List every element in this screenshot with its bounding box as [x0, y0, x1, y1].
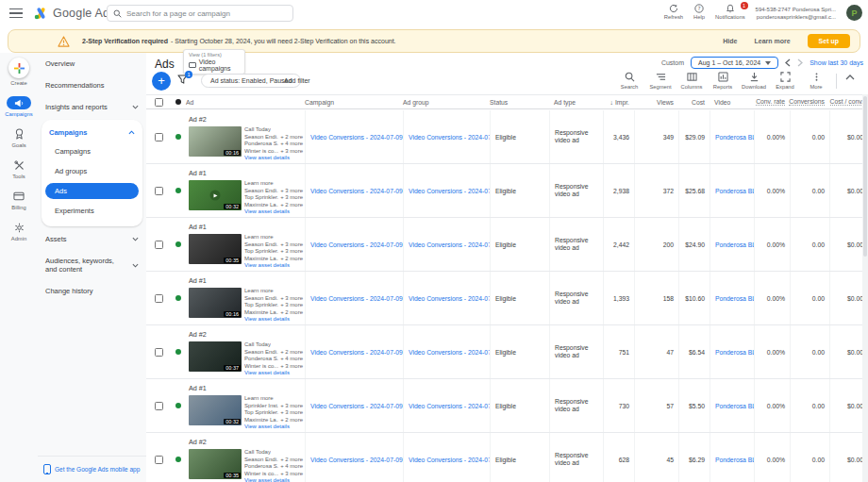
campaign-link[interactable]: Video Conversions - 2024-07-09 — [310, 457, 403, 463]
search-input[interactable] — [126, 9, 287, 18]
video-thumbnail[interactable]: 00:16 — [189, 288, 242, 318]
column-campaign[interactable]: Campaign — [305, 99, 403, 106]
menu-icon[interactable] — [9, 8, 23, 19]
row-checkbox[interactable] — [155, 241, 163, 249]
column-views[interactable]: Views — [634, 99, 678, 106]
segment-button[interactable]: Segment — [649, 72, 672, 90]
collapse-toolbar-button[interactable] — [845, 75, 855, 80]
row-checkbox[interactable] — [155, 187, 163, 195]
row-checkbox[interactable] — [155, 348, 163, 357]
ad-group-link[interactable]: Video Conversions - 2024-07-09 — [409, 241, 490, 248]
campaign-link[interactable]: Video Conversions - 2024-07-09 — [310, 241, 403, 248]
row-checkbox[interactable] — [155, 133, 163, 141]
expand-button[interactable]: Expand — [774, 72, 796, 90]
rail-item-campaigns[interactable]: Campaigns — [5, 96, 32, 117]
nav-item-audiences[interactable]: Audiences, keywords, and content — [38, 250, 146, 280]
nav-item-ad-groups[interactable]: Ad groups — [42, 161, 142, 181]
video-link[interactable]: Ponderosa BLOWOUT — [715, 349, 754, 356]
campaign-link[interactable]: Video Conversions - 2024-07-09 — [310, 349, 403, 356]
video-thumbnail[interactable]: 00:35 — [189, 234, 242, 264]
view-asset-details-link[interactable]: View asset details — [244, 370, 303, 377]
row-checkbox[interactable] — [155, 456, 163, 464]
video-link[interactable]: Ponderosa BLOWOUT — [715, 134, 754, 141]
download-button[interactable]: Download — [743, 72, 765, 90]
column-ad-group[interactable]: Ad group — [403, 99, 490, 106]
video-link[interactable]: Ponderosa BLOWOUT — [715, 188, 754, 194]
view-asset-details-link[interactable]: View asset details — [244, 262, 303, 270]
nav-item-insights[interactable]: Insights and reports — [38, 96, 146, 118]
create-button[interactable] — [8, 58, 29, 78]
nav-item-recommendations[interactable]: Recommendations — [38, 75, 146, 96]
reports-button[interactable]: Reports — [711, 72, 734, 90]
row-checkbox[interactable] — [155, 294, 163, 303]
nav-item-experiments[interactable]: Experiments — [42, 201, 142, 221]
column-ad[interactable]: Ad — [186, 99, 305, 106]
column-cost[interactable]: Cost — [678, 99, 709, 106]
avatar[interactable]: P — [846, 5, 862, 21]
column-conversions[interactable]: Conversions — [790, 98, 829, 106]
video-link[interactable]: Ponderosa BLOWOUT — [715, 241, 754, 248]
video-link[interactable]: Ponderosa BLOWOUT — [715, 403, 754, 409]
column-conv-rate[interactable]: Conv. rate — [754, 98, 790, 106]
video-thumbnail[interactable]: 00:32 — [189, 180, 242, 210]
view-asset-details-link[interactable]: View asset details — [244, 155, 303, 162]
ad-group-link[interactable]: Video Conversions - 2024-07-09 — [409, 134, 490, 141]
nav-item-change-history[interactable]: Change history — [38, 280, 146, 302]
row-checkbox[interactable] — [155, 402, 163, 410]
video-link[interactable]: Ponderosa BLOWOUT — [715, 457, 754, 463]
next-period-button[interactable] — [797, 58, 803, 67]
ad-group-link[interactable]: Video Conversions - 2024-07-09 — [409, 403, 490, 409]
search-table-button[interactable]: Search — [618, 72, 641, 90]
mobile-app-link[interactable]: Get the Google Ads mobile app — [38, 456, 146, 474]
video-link[interactable]: Ponderosa BLOWOUT — [715, 295, 754, 302]
add-filter-button[interactable]: Add filter — [284, 77, 310, 84]
notifications-button[interactable]: 1 Notifications — [715, 1, 745, 20]
ad-group-link[interactable]: Video Conversions - 2024-07-09 — [409, 349, 490, 356]
campaign-link[interactable]: Video Conversions - 2024-07-09 — [310, 188, 403, 194]
view-asset-details-link[interactable]: View asset details — [244, 424, 303, 431]
filter-button[interactable]: 1 — [177, 75, 188, 85]
hide-button[interactable]: Hide — [723, 38, 737, 44]
ad-group-link[interactable]: Video Conversions - 2024-07-09 — [409, 457, 490, 463]
nav-item-overview[interactable]: Overview — [38, 53, 146, 75]
google-ads-logo[interactable]: Google Ads — [34, 7, 116, 20]
video-thumbnail[interactable]: 00:32 — [189, 395, 242, 425]
prev-period-button[interactable] — [785, 58, 791, 67]
select-all-checkbox[interactable] — [155, 98, 163, 107]
global-search[interactable] — [107, 5, 293, 22]
view-asset-details-link[interactable]: View asset details — [244, 316, 303, 324]
video-thumbnail[interactable]: 00:16 — [189, 126, 242, 157]
video-thumbnail[interactable]: 00:37 — [189, 341, 242, 372]
campaign-link[interactable]: Video Conversions - 2024-07-09 — [310, 295, 403, 302]
column-impressions[interactable]: ↓ Impr. — [603, 99, 634, 106]
column-video[interactable]: Video — [709, 99, 754, 106]
column-status[interactable]: Status — [490, 99, 549, 106]
campaign-link[interactable]: Video Conversions - 2024-07-09 — [310, 134, 403, 141]
campaign-link[interactable]: Video Conversions - 2024-07-09 — [310, 403, 403, 409]
learn-more-button[interactable]: Learn more — [754, 38, 790, 44]
more-button[interactable]: More — [805, 72, 827, 90]
show-last-30-days-link[interactable]: Show last 30 days — [810, 59, 863, 66]
ad-group-link[interactable]: Video Conversions - 2024-07-09 — [409, 295, 490, 302]
rail-item-billing[interactable]: Billing — [7, 190, 31, 210]
ad-group-link[interactable]: Video Conversions - 2024-07-09 — [409, 188, 490, 194]
account-info[interactable]: 594-538-2747 Ponderosa Spri... ponderosa… — [756, 1, 836, 21]
rail-item-admin[interactable]: Admin — [7, 221, 31, 241]
view-asset-details-link[interactable]: View asset details — [244, 477, 303, 482]
rail-item-tools[interactable]: Tools — [7, 158, 31, 179]
view-asset-details-link[interactable]: View asset details — [244, 208, 303, 216]
nav-item-assets[interactable]: Assets — [38, 228, 146, 250]
view-filter-chip[interactable]: View (1 filters) Video campaigns — [183, 49, 245, 75]
help-button[interactable]: ? Help — [693, 1, 705, 20]
video-thumbnail[interactable]: 00:35 — [189, 449, 242, 479]
setup-button[interactable]: Set up — [808, 34, 850, 48]
nav-section-campaigns[interactable]: Campaigns — [42, 124, 142, 141]
rail-item-goals[interactable]: Goals — [7, 127, 31, 148]
column-ad-type[interactable]: Ad type — [549, 99, 603, 106]
vertical-scrollbar[interactable] — [862, 94, 868, 482]
add-ad-button[interactable]: + — [152, 72, 171, 91]
nav-item-campaigns[interactable]: Campaigns — [42, 141, 142, 161]
scrollbar-thumb[interactable] — [863, 96, 867, 257]
columns-button[interactable]: Columns — [680, 72, 703, 90]
nav-item-ads[interactable]: Ads — [45, 183, 139, 199]
